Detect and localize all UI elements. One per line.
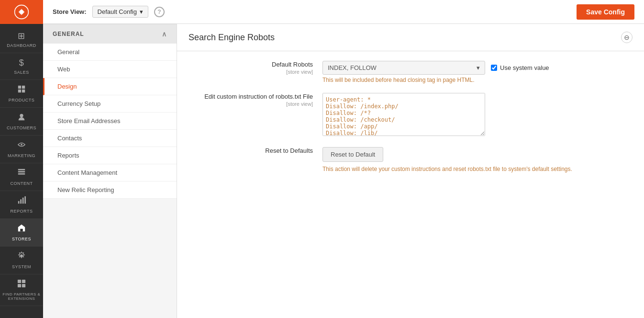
reset-default-button[interactable]: Reset to Default (322, 147, 383, 162)
sidebar-item-find[interactable]: FIND PARTNERS & EXTENSIONS (0, 274, 43, 306)
default-robots-sublabel: [store view] (189, 69, 313, 75)
robots-textarea[interactable] (322, 93, 485, 136)
system-icon (17, 251, 26, 262)
nav-section-general[interactable]: GENERAL ∧ (43, 24, 177, 44)
default-robots-value: INDEX, FOLLOW (328, 64, 377, 71)
dashboard-icon: ⊞ (18, 31, 25, 41)
dropdown-arrow-icon: ▾ (477, 64, 480, 71)
nav-item-general[interactable]: General (43, 44, 177, 61)
svg-rect-20 (22, 284, 25, 287)
store-view-area: Store View: Default Config ▾ ? (53, 6, 165, 18)
content-icon (17, 168, 26, 179)
custom-instruction-label: Edit custom instruction of robots.txt Fi… (189, 93, 313, 100)
default-robots-row: Default Robots [store view] INDEX, FOLLO… (189, 61, 633, 83)
main-area: Store View: Default Config ▾ ? Save Conf… (43, 0, 644, 318)
svg-rect-10 (18, 173, 25, 175)
svg-rect-15 (20, 229, 22, 231)
default-robots-field-row: INDEX, FOLLOW ▾ Use system value (322, 61, 633, 75)
use-system-checkbox[interactable] (491, 65, 497, 71)
products-icon (17, 85, 26, 96)
custom-instruction-sublabel: [store view] (189, 101, 313, 107)
reset-defaults-row: Reset to Defaults Reset to Default This … (189, 147, 633, 173)
default-robots-dropdown[interactable]: INDEX, FOLLOW ▾ (322, 61, 485, 75)
store-view-value: Default Config (98, 8, 137, 15)
sidebar-item-products[interactable]: PRODUCTS (0, 80, 43, 108)
store-view-label: Store View: (53, 8, 87, 15)
sidebar-item-stores[interactable]: STORES (0, 219, 43, 247)
nav-item-store-email[interactable]: Store Email Addresses (43, 113, 177, 130)
sidebar-item-label: SALES (14, 70, 29, 75)
svg-rect-12 (20, 199, 22, 204)
nav-item-currency-setup[interactable]: Currency Setup (43, 95, 177, 113)
sidebar-logo (0, 0, 43, 24)
reset-label-col: Reset to Defaults (189, 147, 322, 154)
top-bar: Store View: Default Config ▾ ? Save Conf… (43, 0, 644, 24)
section-collapse-button[interactable]: ⊖ (621, 32, 633, 43)
nav-item-design[interactable]: Design (43, 78, 177, 95)
nav-item-contacts[interactable]: Contacts (43, 130, 177, 147)
config-panel: Search Engine Robots ⊖ Default Robots [s… (177, 24, 644, 318)
svg-rect-14 (24, 196, 26, 204)
svg-rect-4 (18, 90, 21, 92)
svg-rect-17 (18, 280, 21, 283)
sidebar-item-reports[interactable]: REPORTS (0, 191, 43, 219)
nav-item-web[interactable]: Web (43, 61, 177, 78)
sidebar-item-dashboard[interactable]: ⊞ DASHBOARD (0, 26, 43, 53)
sidebar-item-label: CUSTOMERS (7, 125, 36, 130)
content-area: GENERAL ∧ General Web Design Currency Se… (43, 24, 644, 318)
svg-rect-18 (22, 280, 25, 283)
form-table: Default Robots [store view] INDEX, FOLLO… (177, 51, 644, 193)
sidebar-item-label: STORES (12, 237, 31, 241)
svg-point-6 (20, 114, 23, 117)
store-view-dropdown[interactable]: Default Config ▾ (92, 6, 148, 18)
sidebar-item-label: FIND PARTNERS & EXTENSIONS (2, 292, 41, 301)
default-robots-hint: This will be included before head closin… (322, 77, 633, 83)
svg-rect-19 (18, 284, 21, 287)
logo-icon (14, 4, 29, 20)
chevron-down-icon: ▾ (140, 8, 143, 15)
left-nav: GENERAL ∧ General Web Design Currency Se… (43, 24, 177, 318)
reset-hint: This action will delete your custom inst… (322, 165, 633, 173)
sidebar-item-label: MARKETING (8, 153, 35, 158)
svg-point-7 (21, 144, 22, 146)
custom-instruction-label-col: Edit custom instruction of robots.txt Fi… (189, 93, 322, 107)
sidebar-item-marketing[interactable]: MARKETING (0, 136, 43, 163)
nav-item-content-mgmt[interactable]: Content Management (43, 164, 177, 182)
sidebar-item-label: PRODUCTS (9, 98, 35, 102)
default-robots-label-col: Default Robots [store view] (189, 61, 322, 75)
sidebar-item-sales[interactable]: $ SALES (0, 53, 43, 80)
use-system-text: Use system value (500, 64, 549, 71)
svg-rect-2 (18, 86, 21, 89)
sales-icon: $ (19, 58, 24, 68)
minus-icon: ⊖ (624, 34, 630, 41)
find-icon (17, 279, 26, 290)
sidebar-item-label: CONTENT (11, 181, 33, 186)
svg-rect-3 (22, 86, 25, 89)
default-robots-field-col: INDEX, FOLLOW ▾ Use system value This wi… (322, 61, 633, 83)
svg-rect-9 (18, 171, 25, 172)
nav-item-new-relic[interactable]: New Relic Reporting (43, 182, 177, 199)
svg-rect-13 (22, 198, 24, 204)
section-header: Search Engine Robots ⊖ (177, 24, 644, 51)
nav-section-label: GENERAL (53, 31, 84, 37)
use-system-label[interactable]: Use system value (491, 64, 549, 71)
sidebar-item-customers[interactable]: CUSTOMERS (0, 108, 43, 136)
section-title: Search Engine Robots (189, 33, 275, 43)
svg-point-1 (20, 10, 23, 14)
save-config-button[interactable]: Save Config (577, 4, 634, 20)
sidebar-item-content[interactable]: CONTENT (0, 163, 43, 191)
help-icon[interactable]: ? (154, 7, 165, 17)
nav-item-reports[interactable]: Reports (43, 147, 177, 164)
reset-field-col: Reset to Default This action will delete… (322, 147, 633, 173)
sidebar: ⊞ DASHBOARD $ SALES PRODUCTS CUSTOMERS M… (0, 0, 43, 318)
stores-icon (17, 224, 26, 235)
sidebar-item-system[interactable]: SYSTEM (0, 247, 43, 274)
reports-icon (17, 196, 26, 207)
svg-rect-8 (18, 169, 25, 170)
reset-label: Reset to Defaults (189, 147, 313, 154)
svg-rect-5 (22, 90, 25, 92)
sidebar-item-label: REPORTS (11, 209, 33, 214)
chevron-up-icon: ∧ (162, 30, 167, 38)
marketing-icon (17, 140, 26, 151)
svg-rect-11 (18, 201, 20, 204)
